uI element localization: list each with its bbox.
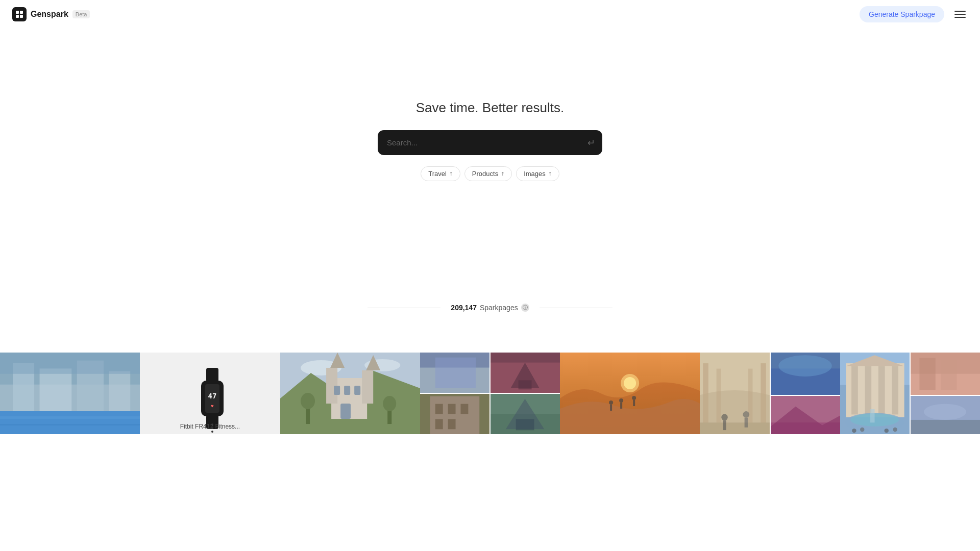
svg-rect-50 <box>448 404 455 414</box>
svg-rect-52 <box>435 419 443 429</box>
svg-point-96 <box>884 429 888 433</box>
svg-rect-62 <box>610 405 612 411</box>
card-museum-main <box>700 353 769 434</box>
card-fountain-sub1 <box>911 353 980 395</box>
svg-rect-46 <box>519 380 532 389</box>
svg-rect-10 <box>0 353 140 374</box>
svg-point-61 <box>609 400 613 405</box>
svg-rect-74 <box>723 420 726 430</box>
svg-rect-42 <box>435 358 476 388</box>
svg-rect-32 <box>334 386 340 395</box>
tagline: Save time. Better results. <box>416 100 564 116</box>
svg-rect-104 <box>911 420 980 434</box>
svg-rect-64 <box>620 403 622 409</box>
card-museum[interactable] <box>700 353 840 434</box>
card-museum-sub2 <box>771 396 840 434</box>
svg-rect-13 <box>0 424 140 425</box>
svg-point-79 <box>778 355 831 377</box>
svg-rect-89 <box>892 366 898 414</box>
card-fountain-main <box>840 353 910 434</box>
card-fitbit-caption: Fitbit FR412 Fitness... <box>140 423 280 430</box>
card-fountain-sub2 <box>911 396 980 434</box>
logo-icon <box>12 7 27 21</box>
menu-icon-line1 <box>954 11 966 12</box>
svg-point-105 <box>924 404 966 420</box>
svg-rect-86 <box>851 366 858 414</box>
card-collage-3 <box>420 394 489 434</box>
generate-sparkpage-button[interactable]: Generate Sparkpage <box>860 6 944 22</box>
hero-section: Save time. Better results. ↵ Travel ↗ Pr… <box>0 29 980 342</box>
svg-rect-57 <box>516 419 534 430</box>
svg-rect-53 <box>448 419 455 429</box>
svg-rect-7 <box>40 368 72 411</box>
sparkpages-info-icon[interactable]: ⓘ <box>521 304 529 312</box>
images-arrow-icon: ↗ <box>546 170 553 177</box>
svg-rect-66 <box>633 400 635 406</box>
search-input[interactable] <box>378 130 602 155</box>
svg-rect-88 <box>878 366 885 414</box>
svg-point-95 <box>860 428 864 432</box>
menu-icon-line3 <box>954 17 966 18</box>
svg-rect-29 <box>362 370 373 404</box>
svg-rect-2 <box>16 15 19 18</box>
cards-section: 47 ♥ Fitbit FR412 Fitness... <box>0 342 980 434</box>
svg-rect-35 <box>340 404 351 419</box>
main-content: Save time. Better results. ↵ Travel ↗ Pr… <box>0 0 980 434</box>
svg-rect-101 <box>941 361 957 390</box>
svg-rect-0 <box>16 11 19 14</box>
svg-point-75 <box>743 411 750 418</box>
quick-tag-travel[interactable]: Travel ↗ <box>421 166 460 181</box>
menu-icon-line2 <box>954 14 966 15</box>
svg-text:♥: ♥ <box>211 404 214 409</box>
quick-tag-products[interactable]: Products ↗ <box>464 166 512 181</box>
card-desert[interactable] <box>560 353 700 434</box>
svg-rect-100 <box>919 358 935 390</box>
card-city-image-bottom <box>0 411 140 434</box>
svg-point-39 <box>383 396 396 411</box>
card-fitbit[interactable]: 47 ♥ Fitbit FR412 Fitness... <box>140 353 280 434</box>
svg-point-63 <box>619 398 623 403</box>
svg-rect-12 <box>0 416 140 419</box>
svg-rect-49 <box>435 404 443 414</box>
quick-tags: Travel ↗ Products ↗ Images ↗ <box>421 166 559 181</box>
app-name: Genspark <box>31 10 68 19</box>
svg-point-37 <box>301 393 315 409</box>
svg-rect-76 <box>745 418 748 428</box>
quick-tag-travel-label: Travel <box>428 170 447 178</box>
sparkpages-number: 209,147 <box>451 304 477 312</box>
svg-point-20 <box>211 431 213 433</box>
sparkpages-divider: 209,147 Sparkpages ⓘ <box>368 304 612 312</box>
logo-area: Genspark Beta <box>12 7 90 21</box>
header-actions: Generate Sparkpage <box>860 6 968 22</box>
svg-rect-51 <box>460 404 468 414</box>
card-castle[interactable] <box>280 353 420 434</box>
svg-rect-33 <box>344 386 350 395</box>
sparkpages-count: 209,147 Sparkpages ⓘ <box>451 304 529 312</box>
svg-point-65 <box>632 396 636 400</box>
search-container: ↵ <box>378 130 602 155</box>
travel-arrow-icon: ↗ <box>447 170 454 177</box>
divider-right <box>540 308 612 308</box>
svg-rect-1 <box>20 11 23 14</box>
card-collage-1 <box>420 353 489 393</box>
card-fountain[interactable] <box>840 353 980 434</box>
menu-button[interactable] <box>952 9 968 20</box>
app-header: Genspark Beta Generate Sparkpage <box>0 0 980 29</box>
svg-point-60 <box>624 377 636 389</box>
svg-rect-93 <box>870 409 874 422</box>
svg-rect-11 <box>0 411 140 434</box>
svg-text:47: 47 <box>208 392 217 400</box>
svg-rect-87 <box>865 366 871 414</box>
card-city[interactable] <box>0 353 140 434</box>
divider-left <box>368 308 440 308</box>
card-collage-2 <box>491 353 560 393</box>
svg-rect-34 <box>354 386 360 395</box>
fitbit-image: 47 ♥ <box>192 368 228 419</box>
quick-tag-images[interactable]: Images ↗ <box>516 166 559 181</box>
quick-tag-products-label: Products <box>472 170 498 178</box>
svg-rect-9 <box>109 371 130 411</box>
beta-badge: Beta <box>72 10 90 18</box>
card-collage[interactable] <box>420 353 560 434</box>
card-collage-4 <box>491 394 560 434</box>
card-museum-sub1 <box>771 353 840 395</box>
